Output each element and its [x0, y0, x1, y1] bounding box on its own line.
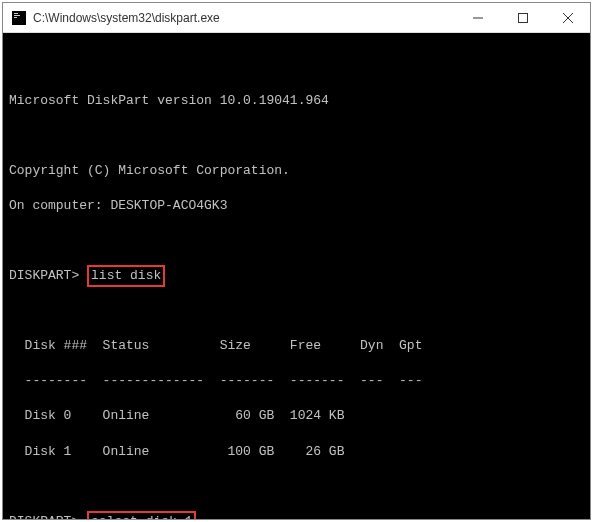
prompt-line-2: DISKPART> select disk 1: [9, 513, 584, 519]
terminal-output[interactable]: Microsoft DiskPart version 10.0.19041.96…: [3, 33, 590, 519]
svg-rect-3: [14, 17, 17, 18]
close-button[interactable]: [545, 3, 590, 32]
disk-table-divider: -------- ------------- ------- ------- -…: [9, 372, 584, 390]
disk-table-header: Disk ### Status Size Free Dyn Gpt: [9, 337, 584, 355]
terminal-window: C:\Windows\system32\diskpart.exe Microso…: [2, 2, 591, 520]
svg-rect-5: [518, 13, 527, 22]
computer-text: On computer: DESKTOP-ACO4GK3: [9, 197, 584, 215]
version-text: Microsoft DiskPart version 10.0.19041.96…: [9, 92, 584, 110]
disk-row-1: Disk 1 Online 100 GB 26 GB: [9, 443, 584, 461]
svg-rect-2: [14, 15, 20, 16]
titlebar[interactable]: C:\Windows\system32\diskpart.exe: [3, 3, 590, 33]
prompt-line-1: DISKPART> list disk: [9, 267, 584, 285]
window-title: C:\Windows\system32\diskpart.exe: [33, 11, 455, 25]
disk-row-0: Disk 0 Online 60 GB 1024 KB: [9, 407, 584, 425]
window-controls: [455, 3, 590, 32]
svg-rect-1: [14, 13, 18, 14]
maximize-button[interactable]: [500, 3, 545, 32]
command-highlight: list disk: [87, 265, 165, 287]
app-icon: [11, 10, 27, 26]
command-highlight: select disk 1: [87, 511, 196, 519]
copyright-text: Copyright (C) Microsoft Corporation.: [9, 162, 584, 180]
minimize-button[interactable]: [455, 3, 500, 32]
